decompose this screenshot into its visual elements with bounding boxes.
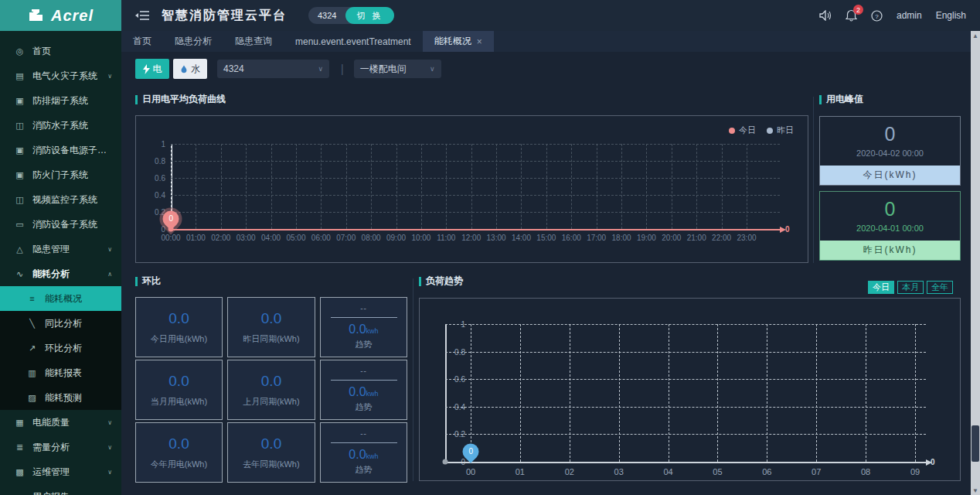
sidebar-item-energy-analysis[interactable]: ∿能耗分析∧ [0,261,121,286]
sidebar-item-energy-overview[interactable]: ≡能耗概况 [0,286,121,311]
gridline [221,144,222,229]
sidebar-item-energy-forecast[interactable]: ▨能耗预测 [0,385,121,410]
speaker-icon[interactable] [819,10,832,21]
peak-card-yesterday: 0 2020-04-01 00:00 昨日(kWh) [819,191,961,261]
gridline [246,144,247,229]
sidebar-item-ops-management[interactable]: ▩运维管理∨ [0,459,121,484]
scrollbar-thumb[interactable] [971,425,979,462]
gridline [471,144,472,229]
chevron-down-icon: ∨ [104,444,112,451]
lightning-icon [143,64,150,74]
sidebar-item-user-report[interactable]: ▭用户报告 [0,484,121,495]
y-tick-label: 0.6 [454,375,465,384]
x-tick-label: 04:00 [261,234,281,242]
tab-home[interactable]: 首页 [121,31,163,52]
sidebar-item-fire-water[interactable]: ◫消防水子系统 [0,113,121,138]
trend-today-button[interactable]: 今日 [868,281,894,294]
legend-item-yesterday[interactable]: 昨日 [767,125,794,136]
sidebar-item-demand-analysis[interactable]: ≣需量分析∨ [0,435,121,459]
sidebar-item-home[interactable]: ◎首页 [0,39,121,63]
peak-timestamp: 2020-04-01 00:00 [820,224,960,233]
gridline [196,144,196,229]
gridline [597,144,597,229]
brand-logo[interactable]: Acrel [0,0,121,31]
menu-collapse-icon[interactable] [135,10,149,21]
peak-timestamp: 2020-04-02 00:00 [820,148,960,158]
divider [331,317,397,318]
water-filter-button[interactable]: 水 [173,59,207,79]
topbar: 智慧消防管理云平台 4324 切 换 2 ? admin English [121,0,980,31]
rows-icon: ≣ [14,442,26,452]
gridline [496,144,497,229]
x-tick-label: 06 [762,467,771,476]
bell-icon[interactable]: 2 [846,9,857,22]
scroll-up-arrow[interactable]: ▲ [971,31,980,40]
notification-badge: 2 [853,5,863,15]
sidebar-item-hazard-management[interactable]: △隐患管理∨ [0,237,121,261]
lock-icon: ▣ [14,145,26,155]
station-select[interactable]: 4324∨ [217,60,329,78]
y-tick-label: 1 [461,320,465,329]
y-tick-label: 0.4 [454,402,465,411]
sidebar-item-electrical-fire[interactable]: ▤电气火灾子系统∨ [0,63,121,88]
sidebar-item-fire-door[interactable]: ▣防火门子系统 [0,162,121,187]
room-select[interactable]: 一楼配电间∨ [354,60,441,78]
help-icon[interactable]: ? [871,10,883,22]
sidebar-item-yoy-analysis[interactable]: ╲同比分析 [0,311,121,336]
ring-card: 0.0今日用电(kWh) [135,297,223,357]
x-tick-label: 01:00 [186,234,206,242]
gridline [445,407,926,408]
x-tick-label: 01 [516,467,525,476]
sidebar-item-smoke-control[interactable]: ▣防排烟子系统 [0,88,121,113]
gridline [570,324,570,462]
filter-bar: 电 水 4324∨ | 一楼配电间∨ [135,59,441,79]
peak-value: 0 [820,198,960,220]
gridline [546,144,547,229]
y-tick-label: 1 [161,140,165,148]
electricity-filter-button[interactable]: 电 [135,59,169,79]
x-tick-label: 07:00 [336,234,356,242]
gridline [171,212,780,213]
tab-hazard-analysis[interactable]: 隐患分析 [163,31,223,52]
calendar-icon: ▦ [14,418,26,428]
report-icon: ▭ [14,492,26,495]
sidebar-item-equipment-power[interactable]: ▣消防设备电源子系统 [0,138,121,162]
station-capsule: 4324 切 换 [308,7,394,24]
gridline [646,144,647,229]
y-tick-label: 0.6 [155,174,165,183]
copy-icon: ▭ [14,220,26,230]
gridline [445,352,926,353]
x-tick-label: 13:00 [487,234,506,242]
gridline [171,178,780,179]
chevron-down-icon: ∨ [104,246,112,253]
sidebar-item-fire-equipment[interactable]: ▭消防设备子系统 [0,212,121,237]
sidebar-item-energy-report[interactable]: ▥能耗报表 [0,360,121,385]
gridline [696,144,697,229]
trend-chart: 0001020304050607080910.80.60.40.20 0 0 [419,298,961,481]
sidebar-item-video-monitor[interactable]: ◫视频监控子系统 [0,187,121,212]
peak-card-today: 0 2020-04-02 00:00 今日(kWh) [819,116,961,186]
gridline [346,144,347,229]
panel-divider [813,97,814,263]
sidebar-item-mom-analysis[interactable]: ↗环比分析 [0,336,121,360]
scrollbar[interactable]: ▲ ▼ [971,31,980,495]
scroll-down-arrow[interactable]: ▼ [971,486,980,495]
ring-title: 环比 [135,275,161,288]
language-switch[interactable]: English [936,10,966,21]
trend-range-buttons: 今日 本月 全年 [868,281,953,294]
legend-item-today[interactable]: 今日 [729,125,756,136]
trend-year-button[interactable]: 全年 [927,281,953,294]
tab-energy-overview[interactable]: 能耗概况× [423,31,494,52]
y-axis-line [445,324,447,462]
close-icon[interactable]: × [477,36,482,47]
trend-month-button[interactable]: 本月 [897,281,924,294]
x-tick-label: 00:00 [161,234,180,242]
tab-event-treatment[interactable]: menu.event.eventTreatment [284,31,423,52]
water-drop-icon [180,64,188,74]
trend-title: 负荷趋势 [419,275,463,288]
sidebar-item-power-quality[interactable]: ▦电能质量∨ [0,410,121,435]
user-menu[interactable]: admin [897,10,922,21]
ring-trend-card: --0.0kwh趋势 [320,360,407,420]
tab-hazard-query[interactable]: 隐患查询 [223,31,284,52]
switch-button[interactable]: 切 换 [345,7,393,24]
